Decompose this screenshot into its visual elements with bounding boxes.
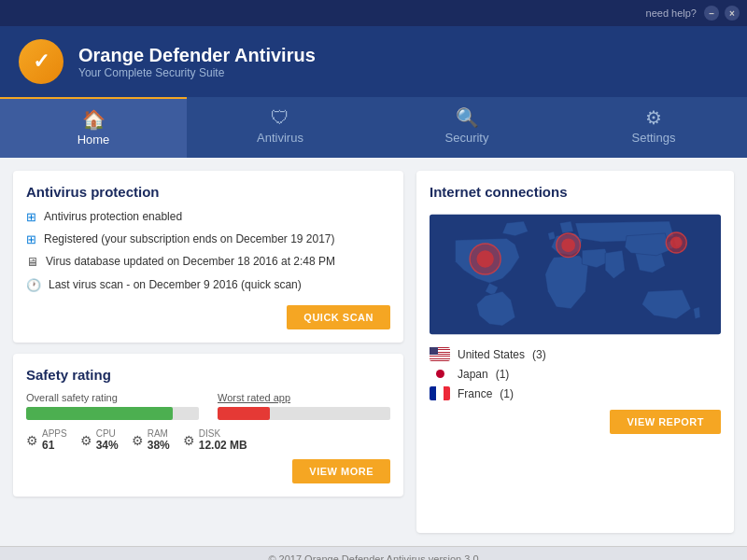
safety-card: Safety rating Overall safety rating Wors… [13, 354, 403, 497]
overall-rating-label: Overall safety rating [26, 392, 199, 403]
tab-home-label: Home [78, 133, 110, 147]
protection-item-1: ⊞ Antivirus protection enabled [26, 209, 390, 226]
protection-item-2: ⊞ Registered (your subscription ends on … [26, 231, 390, 248]
cpu-icon: ⚙ [80, 433, 92, 448]
antivirus-icon: 🛡 [271, 108, 289, 127]
antivirus-card-title: Antivirus protection [26, 184, 390, 200]
stat-ram-info: RAM 38% [148, 429, 170, 452]
protection-text-4: Last virus scan - on December 9 2016 (qu… [49, 277, 302, 293]
stat-apps-info: APPS 61 [42, 429, 67, 452]
apps-label: APPS [42, 429, 67, 439]
close-button[interactable]: × [725, 6, 740, 21]
flag-jp [430, 367, 450, 381]
tab-security-label: Security [445, 131, 489, 145]
country-item-us: United States (3) [430, 347, 721, 361]
tab-antivirus[interactable]: 🛡 Antivirus [187, 97, 374, 158]
clearfix-1: QUICK SCAN [26, 300, 390, 329]
app-header: ✓ Orange Defender Antivirus Your Complet… [0, 26, 747, 97]
antivirus-card: Antivirus protection ⊞ Antivirus protect… [13, 171, 403, 343]
svg-point-6 [670, 237, 683, 249]
rating-row: Overall safety rating Worst rated app [26, 392, 390, 420]
svg-point-4 [561, 238, 575, 252]
world-map [430, 209, 721, 340]
ram-label: RAM [148, 429, 170, 439]
flag-fr [430, 386, 450, 400]
app-tagline: Your Complete Security Suite [78, 66, 316, 79]
computer-icon: 🖥 [26, 254, 38, 271]
disk-label: DISK [199, 429, 247, 439]
worst-rating-container: Worst rated app [218, 392, 390, 420]
protection-text-3: Virus database updated on December 18 20… [46, 254, 335, 270]
clock-icon: 🕐 [26, 277, 41, 294]
stat-cpu: ⚙ CPU 34% [80, 429, 119, 452]
country-name-fr: France [458, 387, 492, 400]
stat-disk: ⚙ DISK 12.02 MB [183, 429, 247, 452]
tab-settings-label: Settings [632, 131, 676, 145]
nav-tabs: 🏠 Home 🛡 Antivirus 🔍 Security ⚙ Settings [0, 97, 747, 158]
country-list: United States (3) Japan (1) France (1) [430, 347, 721, 400]
stat-apps: ⚙ APPS 61 [26, 429, 67, 452]
country-count-us: (3) [532, 348, 546, 361]
cpu-label: CPU [96, 429, 119, 439]
windows-icon-2: ⊞ [26, 231, 36, 248]
overall-progress-bg [26, 407, 199, 420]
tab-home[interactable]: 🏠 Home [0, 97, 187, 158]
flag-us [430, 347, 450, 361]
safety-card-title: Safety rating [26, 367, 390, 383]
view-more-button[interactable]: VIEW MORE [292, 459, 390, 483]
clearfix-2: VIEW MORE [26, 452, 390, 483]
right-column: Internet connections [416, 171, 734, 533]
protection-text-1: Antivirus protection enabled [44, 209, 182, 225]
worst-progress-fill [218, 407, 270, 420]
map-svg [430, 209, 721, 340]
protection-item-4: 🕐 Last virus scan - on December 9 2016 (… [26, 277, 390, 294]
stat-cpu-info: CPU 34% [96, 429, 119, 452]
logo-circle: ✓ [19, 39, 63, 84]
title-bar: need help? – × [0, 0, 747, 26]
internet-card: Internet connections [416, 171, 734, 533]
home-icon: 🏠 [82, 110, 106, 129]
help-text: need help? [646, 7, 697, 19]
worst-rating-label: Worst rated app [218, 392, 390, 403]
footer-text: © 2017 Orange Defender Antivirus version… [268, 553, 478, 560]
ram-value: 38% [148, 439, 170, 452]
clearfix-3: VIEW REPORT [430, 406, 721, 434]
country-name-jp: Japan [458, 368, 488, 381]
tab-settings[interactable]: ⚙ Settings [560, 97, 747, 158]
view-report-button[interactable]: VIEW REPORT [610, 410, 721, 434]
stat-disk-info: DISK 12.02 MB [199, 429, 247, 452]
protection-text-2: Registered (your subscription ends on De… [44, 231, 335, 247]
stat-ram: ⚙ RAM 38% [132, 429, 170, 452]
minimize-button[interactable]: – [704, 6, 719, 21]
window-controls: – × [704, 6, 740, 21]
security-icon: 🔍 [456, 108, 479, 127]
app-name: Orange Defender Antivirus [78, 44, 316, 66]
protection-item-3: 🖥 Virus database updated on December 18 … [26, 254, 390, 271]
left-column: Antivirus protection ⊞ Antivirus protect… [13, 171, 403, 533]
country-count-jp: (1) [496, 368, 510, 381]
cpu-value: 34% [96, 439, 119, 452]
country-name-us: United States [458, 348, 525, 361]
svg-point-2 [476, 250, 493, 267]
country-item-jp: Japan (1) [430, 367, 721, 381]
main-content: Antivirus protection ⊞ Antivirus protect… [0, 158, 747, 546]
quick-scan-button[interactable]: QUICK SCAN [287, 305, 390, 329]
app-title-area: Orange Defender Antivirus Your Complete … [78, 44, 316, 79]
disk-value: 12.02 MB [199, 439, 247, 452]
settings-icon: ⚙ [645, 108, 662, 127]
tab-antivirus-label: Antivirus [257, 131, 303, 145]
windows-icon-1: ⊞ [26, 209, 36, 226]
app-footer: © 2017 Orange Defender Antivirus version… [0, 546, 747, 560]
country-item-fr: France (1) [430, 386, 721, 400]
apps-icon: ⚙ [26, 433, 38, 448]
worst-progress-bg [218, 407, 390, 420]
worst-rating-label-text[interactable]: Worst rated app [218, 392, 290, 403]
app-logo: ✓ [19, 39, 63, 84]
internet-card-title: Internet connections [430, 184, 721, 200]
ram-icon: ⚙ [132, 433, 144, 448]
apps-value: 61 [42, 439, 67, 452]
tab-security[interactable]: 🔍 Security [374, 97, 560, 158]
logo-checkmark: ✓ [33, 51, 49, 72]
disk-icon: ⚙ [183, 433, 195, 448]
country-count-fr: (1) [500, 387, 514, 400]
